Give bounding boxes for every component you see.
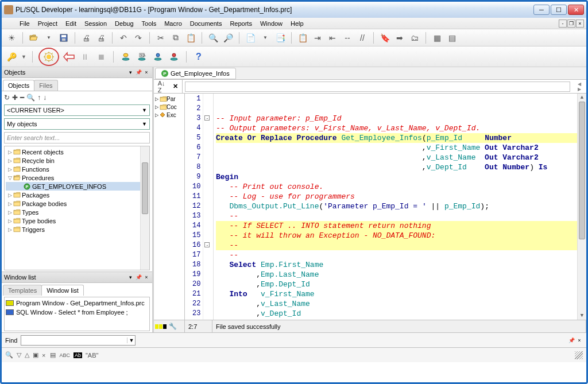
panel-close-icon[interactable]: ×: [143, 274, 150, 281]
code-line[interactable]: Into v_First_Name: [216, 289, 584, 299]
commit-button[interactable]: [119, 51, 132, 63]
panel-close-icon[interactable]: ×: [576, 337, 583, 344]
clear-icon[interactable]: ✕: [173, 83, 178, 90]
logon-button[interactable]: 🔑: [5, 51, 18, 63]
symbol-item[interactable]: ▷Coc: [155, 103, 183, 111]
close-find-icon[interactable]: ×: [42, 352, 45, 359]
code-line[interactable]: ,v_Dept_Id Out Number) Is: [216, 162, 584, 172]
code-line[interactable]: -- Log - use for programmers: [216, 192, 584, 201]
code-line[interactable]: -- it will throw an Exception - NO_DATA_…: [216, 231, 584, 241]
nav-right-icon[interactable]: ▶: [578, 87, 581, 92]
minimize-button[interactable]: ─: [533, 5, 550, 15]
save-button[interactable]: [57, 32, 70, 44]
resize-grip[interactable]: [575, 351, 583, 359]
search-icon[interactable]: 🔍: [26, 94, 35, 102]
break-button[interactable]: ⏸: [79, 51, 91, 63]
copy-button[interactable]: ⧉: [169, 32, 182, 44]
highlight-all-icon[interactable]: ▣: [33, 351, 38, 359]
sort-icon[interactable]: A↓Z: [158, 80, 165, 94]
code-scrollbar[interactable]: ▲ ▼: [577, 94, 586, 320]
window-list-item[interactable]: SQL Window - Select * from Employee ;: [6, 308, 148, 317]
tree-item[interactable]: ▷Type bodies: [6, 216, 148, 225]
open-button[interactable]: [28, 32, 40, 44]
cut-button[interactable]: ✂: [154, 32, 167, 44]
menu-project[interactable]: Project: [34, 19, 61, 28]
objects-tree[interactable]: ▷Recent objects▷Recycle bin▷Functions▽Pr…: [4, 146, 150, 270]
whole-word-icon[interactable]: Ab: [74, 352, 82, 358]
tree-item[interactable]: ▷Packages: [6, 191, 148, 199]
code-line[interactable]: ,v_Last_Name: [216, 299, 584, 309]
code-line[interactable]: Begin: [216, 172, 584, 182]
tab-templates[interactable]: Templates: [3, 285, 42, 296]
panel-dropdown-icon[interactable]: ▾: [127, 69, 134, 76]
code-line[interactable]: -- Input parameter: p_Emp_Id: [216, 114, 584, 123]
panel-pin-icon[interactable]: 📌: [568, 337, 575, 344]
find-up-icon[interactable]: △: [25, 351, 29, 359]
code-line[interactable]: -- If SELECT .. INTO statement return no…: [216, 221, 584, 231]
browser-button[interactable]: 🗂: [408, 32, 421, 44]
down-icon[interactable]: ↓: [43, 94, 47, 102]
code-line[interactable]: --: [216, 241, 584, 250]
code-line[interactable]: Select Emp.First_Name: [216, 260, 584, 270]
match-case-icon[interactable]: ABC: [59, 352, 70, 358]
menu-edit[interactable]: Edit: [61, 19, 80, 28]
tab-objects[interactable]: Objects: [3, 80, 34, 91]
code-line[interactable]: --: [216, 211, 584, 221]
goto-button[interactable]: ➡: [393, 32, 406, 44]
find-down-icon[interactable]: ▽: [17, 351, 21, 359]
code-line[interactable]: ,Emp.Dept_Id: [216, 280, 584, 289]
scroll-down-icon[interactable]: ▼: [578, 312, 586, 320]
panel-pin-icon[interactable]: 📌: [135, 274, 142, 281]
delete-icon[interactable]: ━: [20, 94, 24, 102]
code-line[interactable]: ,v_Dept_Id: [216, 309, 584, 319]
panel-dropdown-icon[interactable]: ▾: [127, 274, 134, 281]
user-combo[interactable]: <CURRENT USER>▼: [4, 104, 150, 116]
titlebar[interactable]: PL/SQL Developer - learningsql@DB11G - […: [2, 2, 586, 18]
find-input[interactable]: ▼: [21, 335, 136, 346]
window-list-button[interactable]: ▦: [431, 32, 443, 44]
code-line[interactable]: -- Print out console.: [216, 182, 584, 192]
filter-input[interactable]: [185, 82, 570, 92]
mdi-restore-button[interactable]: ❐: [567, 20, 575, 28]
bookmark-button[interactable]: 🔖: [378, 32, 391, 44]
indent-button[interactable]: ⇥: [311, 32, 324, 44]
print-setup-button[interactable]: 🖨: [95, 32, 107, 44]
code-line[interactable]: ,v_Last_Name Out Varchar2: [216, 153, 584, 162]
tree-item[interactable]: ▷Triggers: [6, 225, 148, 234]
execute-button-highlighted[interactable]: [38, 48, 59, 66]
fold-column[interactable]: --: [203, 94, 213, 320]
tree-item[interactable]: ▷Functions: [6, 165, 148, 173]
close-button[interactable]: ✕: [568, 5, 584, 15]
mdi-close-button[interactable]: ×: [576, 20, 584, 28]
scroll-up-icon[interactable]: ▲: [578, 94, 586, 102]
find-button[interactable]: 🔍: [207, 32, 219, 44]
help-button[interactable]: ?: [192, 51, 205, 63]
symbol-item[interactable]: ▷Exc: [155, 111, 183, 119]
tab-window-list[interactable]: Window list: [41, 285, 84, 296]
symbol-tree[interactable]: ▷Par▷Coc▷Exc: [154, 94, 185, 320]
panel-close-icon[interactable]: ×: [143, 69, 150, 76]
nav-left-icon[interactable]: ◀: [578, 82, 581, 87]
mdi-minimize-button[interactable]: -: [559, 20, 567, 28]
code-editor[interactable]: -- Input parameter: p_Emp_Id-- Output pa…: [214, 94, 586, 320]
find-next-icon[interactable]: 🔍: [5, 351, 13, 359]
regex-icon[interactable]: ▤: [50, 351, 56, 359]
menu-file[interactable]: File: [16, 19, 34, 28]
tree-item[interactable]: ▷Types: [6, 208, 148, 216]
tree-item[interactable]: ▷Recent objects: [6, 148, 148, 156]
tree-item[interactable]: ▽Procedures: [6, 173, 148, 182]
menu-help[interactable]: Help: [287, 19, 308, 28]
code-line[interactable]: Dbms_Output.Put_Line('Parameter p_Emp_Id…: [216, 201, 584, 211]
paste-button[interactable]: 📋: [184, 32, 197, 44]
up-icon[interactable]: ↑: [37, 94, 41, 102]
maximize-button[interactable]: ☐: [551, 5, 567, 15]
tree-item[interactable]: ▷Recycle bin: [6, 156, 148, 165]
code-line[interactable]: -- Output parameters: v_First_Name, v_La…: [216, 123, 584, 133]
window-list-item[interactable]: Program Window - Get_Department_Infos.pr…: [6, 298, 148, 308]
kill-button[interactable]: ⏹: [95, 51, 107, 63]
menu-reports[interactable]: Reports: [226, 19, 256, 28]
code-line[interactable]: --: [216, 250, 584, 260]
print-button[interactable]: 🖨: [80, 32, 92, 44]
uncomment-button[interactable]: //: [356, 32, 369, 44]
menu-window[interactable]: Window: [256, 19, 287, 28]
